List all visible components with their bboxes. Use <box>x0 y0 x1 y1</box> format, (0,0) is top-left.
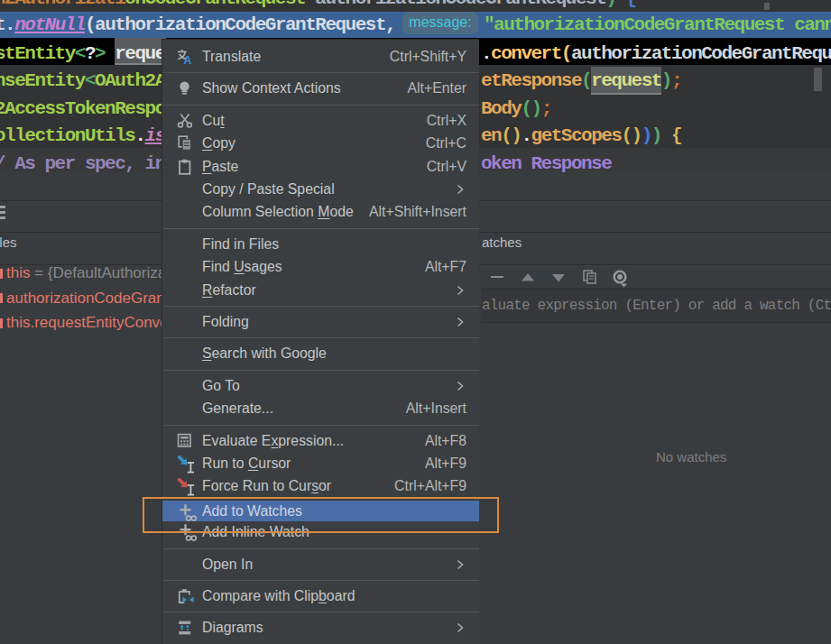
svg-text:A: A <box>184 54 192 65</box>
